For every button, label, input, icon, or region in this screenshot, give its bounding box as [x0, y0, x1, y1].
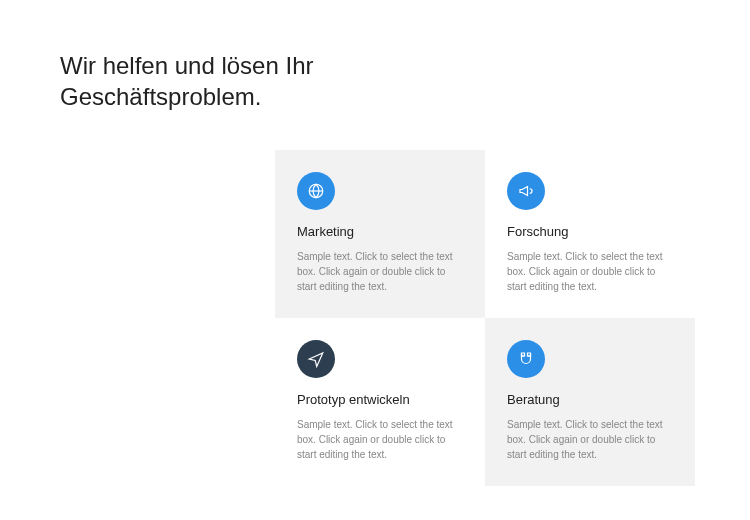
- card-body: Sample text. Click to select the text bo…: [507, 417, 673, 462]
- card-body: Sample text. Click to select the text bo…: [297, 417, 463, 462]
- card-marketing: Marketing Sample text. Click to select t…: [275, 150, 485, 318]
- card-title: Prototyp entwickeln: [297, 392, 463, 407]
- card-prototyp: Prototyp entwickeln Sample text. Click t…: [275, 318, 485, 486]
- card-title: Forschung: [507, 224, 673, 239]
- magnet-icon: [507, 340, 545, 378]
- megaphone-icon: [507, 172, 545, 210]
- card-title: Beratung: [507, 392, 673, 407]
- paper-plane-icon: [297, 340, 335, 378]
- page-heading: Wir helfen und lösen Ihr Geschäftsproble…: [60, 50, 380, 112]
- services-grid: Marketing Sample text. Click to select t…: [275, 150, 695, 486]
- card-forschung: Forschung Sample text. Click to select t…: [485, 150, 695, 318]
- card-body: Sample text. Click to select the text bo…: [297, 249, 463, 294]
- card-body: Sample text. Click to select the text bo…: [507, 249, 673, 294]
- globe-icon: [297, 172, 335, 210]
- card-title: Marketing: [297, 224, 463, 239]
- card-beratung: Beratung Sample text. Click to select th…: [485, 318, 695, 486]
